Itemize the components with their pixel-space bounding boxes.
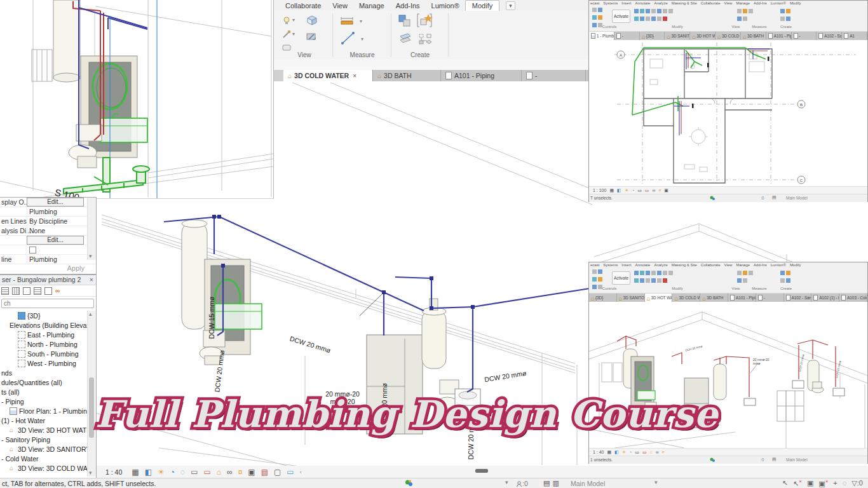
tree-item[interactable]: South - Plumbing (0, 349, 88, 358)
property-value[interactable]: By Discipline (27, 217, 88, 225)
mini-ribbon-tab[interactable]: Manage (736, 263, 750, 267)
ribbon-tab-manage[interactable]: Manage (353, 1, 390, 11)
list-view-icon[interactable] (1, 287, 9, 295)
tree-item[interactable]: West - Plumbing (0, 358, 88, 368)
horizontal-scrollbar-thumb[interactable] (475, 469, 488, 473)
property-value[interactable]: None (27, 227, 88, 234)
copy-icon[interactable] (44, 287, 52, 295)
table-view-icon[interactable] (12, 287, 20, 295)
active-workset[interactable]: Main Model (786, 458, 808, 462)
hot-water-3d-window[interactable]: ecastSystemsInsertAnnotateAnalyzeMassing… (588, 262, 868, 464)
dropdown-caret-icon[interactable]: ▾ (292, 31, 295, 37)
center-fixtures-hw[interactable] (684, 364, 756, 428)
activate-button[interactable]: Activate (612, 271, 630, 285)
view-tab[interactable]: 3D HOT WATER (690, 32, 715, 40)
ribbon-tab-modify[interactable]: Modify (465, 0, 499, 11)
hot-water-pipes-plan[interactable] (681, 51, 768, 134)
reveal-hidden-icon[interactable] (662, 450, 665, 454)
sun-path-icon[interactable] (158, 468, 165, 476)
dropdown-caret-icon[interactable]: ▾ (292, 17, 295, 23)
view-tab[interactable]: 3D COLD WATER (672, 294, 700, 302)
floor-plan-canvas[interactable]: A B C (589, 40, 867, 186)
view-tab[interactable]: A1 (842, 32, 867, 40)
mini-ribbon-tab[interactable]: Insert (621, 263, 631, 267)
new-sheet-icon[interactable] (23, 287, 31, 295)
visual-style-icon[interactable] (617, 188, 621, 193)
temporary-properties-icon[interactable] (248, 468, 255, 476)
select-underlay-icon[interactable] (793, 479, 802, 487)
mini-ribbon-tab[interactable]: Massing & Site (672, 263, 697, 267)
detail-level-icon[interactable] (609, 188, 614, 193)
mini-ribbon-tab[interactable]: Modify (790, 263, 801, 267)
scroll-up-icon[interactable] (89, 311, 92, 317)
tree-item[interactable]: East - Plumbing (0, 330, 88, 339)
crop-view-icon[interactable] (191, 468, 198, 476)
constraints-icon[interactable] (274, 468, 281, 476)
right-fixtures-hw[interactable] (777, 360, 844, 421)
view-tab-3d-bath[interactable]: 3D BATH (373, 70, 441, 81)
sun-path-icon[interactable] (625, 188, 628, 193)
background-process-icon[interactable] (843, 479, 847, 487)
bath-3d-view-window[interactable]: S 100 (0, 0, 274, 199)
hide-isolate-icon[interactable] (656, 450, 659, 454)
mini-ribbon-tab[interactable]: Analyze (654, 1, 667, 5)
tree-item[interactable]: - Sanitory Piping (0, 435, 88, 444)
tree-item[interactable]: 3D View: 3D SANITORY (0, 444, 88, 454)
view-tab-dash[interactable]: - (522, 70, 586, 81)
floor-plan-window[interactable]: ecastSystemsInsertAnnotateAnalyzeMassing… (588, 0, 868, 202)
pipe-tag-dcw15[interactable]: DCW 15 mmø (208, 297, 215, 339)
mini-ribbon-tab[interactable]: Insert (621, 1, 631, 5)
tree-item[interactable]: - Cold Water (0, 454, 88, 463)
scale-button[interactable]: 1 : 40 (105, 468, 122, 476)
ribbon-tab-collaborate[interactable]: Collaborate (280, 1, 327, 11)
locked-3d-icon[interactable] (217, 468, 221, 476)
left-fixtures-hw[interactable] (602, 349, 656, 411)
duplicate-view-icon[interactable] (34, 287, 41, 295)
expand-bar-icon[interactable]: ‹ (300, 469, 302, 475)
ribbon-tab-view[interactable]: View (327, 1, 353, 11)
crop-region-icon[interactable] (645, 188, 649, 193)
browser-scrollbar[interactable] (87, 311, 96, 477)
mini-ribbon-tab[interactable]: Massing & Site (672, 1, 697, 5)
reveal-hidden-icon[interactable] (238, 468, 243, 476)
apply-button[interactable]: Apply (67, 264, 85, 272)
view-tab[interactable]: {3D} (640, 32, 665, 40)
view-tab[interactable]: - (756, 294, 784, 302)
mini-ribbon-tab[interactable]: Collaborate (701, 263, 721, 267)
shadows-icon[interactable] (629, 450, 632, 454)
shadows-icon[interactable] (632, 188, 634, 193)
tree-item[interactable]: ts (all) (0, 387, 88, 396)
layered-planes-icon[interactable] (398, 32, 413, 46)
view-tab[interactable]: A103 - Cold Water (839, 294, 867, 302)
tree-item[interactable]: nds (0, 368, 88, 377)
view-tab[interactable]: A102 - Sanitory Piping (784, 294, 812, 302)
view-tab[interactable]: A102 (1) - Hot Water (811, 294, 839, 302)
scrollbar-thumb[interactable] (89, 377, 94, 438)
lightbulb-icon[interactable] (282, 16, 291, 26)
rendering-dialog-icon[interactable] (180, 468, 185, 476)
walls[interactable] (644, 49, 772, 183)
hide-isolate-icon[interactable] (227, 468, 233, 476)
project-browser-header[interactable]: ser - Bungalow plumbing 2 × (0, 275, 96, 285)
mini-ribbon-tab[interactable]: Modify (790, 1, 801, 5)
selection-filter-icon[interactable]: :0 (851, 479, 863, 487)
analytical-model-icon[interactable] (261, 468, 268, 476)
mini-ribbon-tab[interactable]: View (724, 263, 732, 267)
pipe-tag-dcw20-drop2[interactable]: DCW 20 mmø (467, 417, 475, 460)
tree-item[interactable]: Floor Plan: 1 - Plumbing (0, 406, 88, 416)
scroll-down-icon[interactable] (89, 470, 92, 476)
ribbon-tab-addins[interactable]: Add-Ins (390, 1, 426, 11)
property-value[interactable]: Plumbing (27, 208, 88, 215)
mini-ribbon-tab[interactable]: Lumion® (771, 263, 786, 267)
active-workset-dropdown[interactable]: Main Model (571, 480, 605, 487)
property-value[interactable]: Plumbing (27, 255, 88, 263)
reveal-hidden-icon[interactable] (658, 188, 661, 193)
scroll-down-icon[interactable] (89, 254, 92, 259)
view-tab-a101-piping[interactable]: A101 - Piping (441, 70, 522, 81)
browser-search-input[interactable]: ch (1, 299, 94, 308)
close-icon[interactable]: × (90, 276, 93, 283)
visual-style-icon[interactable] (614, 450, 619, 454)
mini-ribbon-tab[interactable]: ecast (590, 1, 599, 5)
view-tab[interactable]: A101 - Piping (728, 294, 756, 302)
view-tab[interactable]: {3D} (589, 294, 617, 302)
